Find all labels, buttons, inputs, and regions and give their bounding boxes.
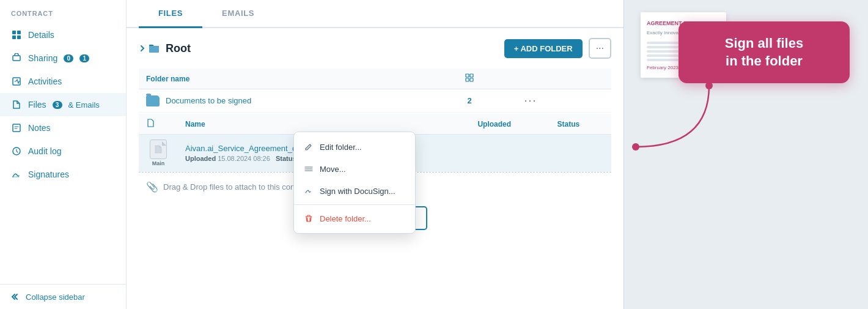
context-menu-edit-label: Edit folder... xyxy=(320,143,362,152)
move-icon xyxy=(304,164,314,174)
actions-header xyxy=(517,69,611,89)
folder-name-header: Folder name xyxy=(139,69,422,89)
sidebar-item-audit[interactable]: Audit log xyxy=(0,140,126,163)
collapse-sidebar-button[interactable]: Collapse sidebar xyxy=(0,284,126,309)
folder-icon xyxy=(146,95,160,106)
sidebar-item-label-details: Details xyxy=(28,30,54,40)
clip-icon: 📎 xyxy=(146,181,158,193)
sidebar-item-label-files: Files xyxy=(28,100,46,110)
sharing-badge-0: 0 xyxy=(64,54,73,62)
context-menu-move[interactable]: Move... xyxy=(294,158,415,180)
tabs-bar: FILES EMAILS xyxy=(127,0,623,28)
activity-icon xyxy=(11,76,22,87)
right-panel: AGREEMENT FOR 2023 Exactly Innovations I… xyxy=(623,0,868,309)
sign-icon xyxy=(304,186,314,196)
file-label: Main xyxy=(152,160,165,166)
file-status-header: Status xyxy=(550,114,611,135)
folder-name-text: Documents to be signed xyxy=(166,96,251,105)
tooltip-line2: in the folder xyxy=(726,53,803,69)
folder-table: Folder name Documents to be signed xyxy=(139,69,611,113)
sidebar-section-label: CONTRACT xyxy=(0,10,126,23)
context-menu-sign-label: Sign with DocuSign... xyxy=(320,187,395,196)
files-badge: 3 xyxy=(53,101,62,109)
svg-rect-9 xyxy=(470,74,473,77)
sidebar-item-notes[interactable]: Notes xyxy=(0,116,126,140)
context-menu-edit-folder[interactable]: Edit folder... xyxy=(294,136,415,158)
file-uploaded-td xyxy=(470,135,550,172)
file-icon-cell: Main xyxy=(139,135,178,172)
file-icon-header xyxy=(139,114,178,135)
folder-context-menu-button[interactable]: ··· xyxy=(524,94,537,107)
chevron-left-icon xyxy=(11,292,21,302)
uploaded-date: 15.08.2024 08:26 xyxy=(218,155,270,162)
svg-rect-0 xyxy=(12,31,16,34)
root-row: Root + ADD FOLDER ··· xyxy=(139,38,611,59)
count-header xyxy=(422,69,517,89)
sidebar: CONTRACT Details Sharing 0 1 Activities … xyxy=(0,0,127,309)
uploaded-label: Uploaded xyxy=(185,155,216,162)
svg-rect-8 xyxy=(466,74,469,77)
files-icon xyxy=(11,99,22,110)
context-menu-move-label: Move... xyxy=(320,165,346,174)
sharing-badge-1: 1 xyxy=(79,54,89,62)
sidebar-item-label-notes: Notes xyxy=(28,123,51,133)
share-icon xyxy=(11,53,22,64)
sidebar-item-signatures[interactable]: Signatures xyxy=(0,163,126,186)
grid-icon xyxy=(11,29,22,40)
sidebar-item-label-signatures: Signatures xyxy=(28,169,69,179)
context-menu-delete-label: Delete folder... xyxy=(320,214,371,223)
context-menu-separator xyxy=(294,204,415,205)
folder-name-cell: Documents to be signed xyxy=(139,89,422,113)
context-menu-sign[interactable]: Sign with DocuSign... xyxy=(294,180,415,202)
folder-actions-cell: ··· xyxy=(517,89,611,113)
tab-files[interactable]: FILES xyxy=(139,0,202,28)
tooltip-line1: Sign all files xyxy=(725,35,803,51)
svg-rect-3 xyxy=(17,35,21,39)
files-suffix: & Emails xyxy=(68,100,100,110)
sidebar-item-sharing[interactable]: Sharing 0 1 xyxy=(0,47,126,70)
context-menu-delete[interactable]: Delete folder... xyxy=(294,207,415,229)
svg-rect-11 xyxy=(470,78,473,81)
root-label: Root xyxy=(166,42,191,55)
sidebar-item-details[interactable]: Details xyxy=(0,23,126,47)
sidebar-item-label-audit: Audit log xyxy=(28,146,61,156)
svg-rect-2 xyxy=(12,35,16,39)
table-row: Documents to be signed 2 ··· xyxy=(139,89,611,113)
folder-count: 2 xyxy=(422,89,517,113)
sidebar-item-activities[interactable]: Activities xyxy=(0,70,126,93)
signature-icon xyxy=(11,169,22,180)
svg-rect-4 xyxy=(13,56,20,61)
file-doc-icon xyxy=(150,140,167,159)
expand-icon[interactable] xyxy=(139,43,160,53)
notes-icon xyxy=(11,122,22,133)
svg-rect-10 xyxy=(466,78,469,81)
sidebar-item-files[interactable]: Files 3 & Emails xyxy=(0,93,126,116)
trash-icon xyxy=(304,214,314,223)
context-menu: Edit folder... Move... Sign with DocuSig… xyxy=(293,132,416,234)
sidebar-item-label-activities: Activities xyxy=(28,76,62,86)
svg-rect-1 xyxy=(17,31,21,34)
audit-icon xyxy=(11,146,22,157)
file-status-td xyxy=(550,135,611,172)
add-folder-button[interactable]: + ADD FOLDER xyxy=(504,39,583,58)
sidebar-item-label-sharing: Sharing xyxy=(28,53,57,63)
file-uploaded-header: Uploaded xyxy=(470,114,550,135)
svg-rect-6 xyxy=(13,124,20,132)
tab-emails[interactable]: EMAILS xyxy=(202,0,274,28)
root-more-button[interactable]: ··· xyxy=(589,38,611,59)
collapse-label: Collapse sidebar xyxy=(26,292,85,302)
tooltip-bubble: Sign all files in the folder xyxy=(679,21,850,83)
edit-icon xyxy=(304,142,314,152)
